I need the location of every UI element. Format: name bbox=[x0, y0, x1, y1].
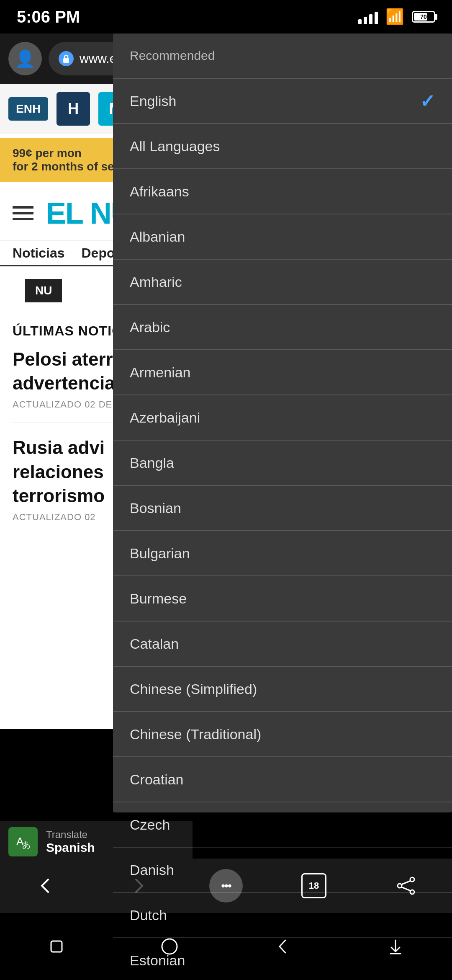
language-item-croatian[interactable]: Croatian bbox=[113, 757, 452, 802]
status-time: 5:06 PM bbox=[17, 8, 80, 26]
language-label-czech: Czech bbox=[130, 817, 170, 833]
back-button[interactable] bbox=[25, 865, 67, 907]
language-item-czech[interactable]: Czech bbox=[113, 802, 452, 847]
language-label-bulgarian: Bulgarian bbox=[130, 545, 190, 562]
language-item-catalan[interactable]: Catalan bbox=[113, 622, 452, 666]
language-item-afrikaans[interactable]: Afrikaans bbox=[113, 169, 452, 214]
wifi-icon: 📶 bbox=[385, 8, 404, 26]
language-item-albanian[interactable]: Albanian bbox=[113, 214, 452, 259]
language-item-bulgarian[interactable]: Bulgarian bbox=[113, 531, 452, 575]
translate-label: Translate bbox=[46, 829, 95, 841]
language-label-albanian: Albanian bbox=[130, 229, 185, 245]
svg-rect-8 bbox=[51, 941, 62, 952]
language-item-estonian[interactable]: Estonian bbox=[113, 938, 452, 980]
lock-icon bbox=[59, 51, 74, 66]
checkmark-icon: ✓ bbox=[420, 90, 435, 112]
signal-icon bbox=[358, 9, 378, 24]
language-label-azerbaijani: Azerbaijani bbox=[130, 410, 200, 426]
language-label-dutch: Dutch bbox=[130, 907, 167, 923]
language-label-chinese-simplified: Chinese (Simplified) bbox=[130, 681, 257, 697]
language-label-catalan: Catalan bbox=[130, 636, 179, 652]
svg-rect-0 bbox=[63, 58, 69, 63]
language-item-danish[interactable]: Danish bbox=[113, 848, 452, 892]
language-label-croatian: Croatian bbox=[130, 771, 184, 788]
android-square-button[interactable] bbox=[46, 936, 67, 957]
language-item-english[interactable]: English ✓ bbox=[113, 79, 452, 123]
battery-icon: 70 bbox=[412, 11, 435, 23]
language-label-bangla: Bangla bbox=[130, 455, 174, 471]
section-header-label: Recommended bbox=[130, 49, 215, 63]
avatar-button[interactable]: 👤 bbox=[8, 42, 42, 75]
status-icons: 📶 70 bbox=[358, 8, 435, 26]
language-item-amharic[interactable]: Amharic bbox=[113, 260, 452, 304]
hamburger-icon[interactable] bbox=[13, 206, 33, 220]
nav-noticias[interactable]: Noticias bbox=[13, 245, 64, 261]
language-item-arabic[interactable]: Arabic bbox=[113, 305, 452, 349]
language-label-bosnian: Bosnian bbox=[130, 500, 181, 516]
language-label-english: English bbox=[130, 93, 177, 109]
translate-info: Translate Spanish bbox=[46, 829, 95, 855]
svg-text:あ: あ bbox=[22, 840, 31, 849]
language-item-bosnian[interactable]: Bosnian bbox=[113, 486, 452, 530]
language-label-estonian: Estonian bbox=[130, 952, 185, 969]
language-dropdown[interactable]: Recommended English ✓ All Languages Afri… bbox=[113, 34, 452, 812]
language-label-chinese-traditional: Chinese (Traditional) bbox=[130, 726, 261, 743]
section-tag: NU bbox=[25, 279, 62, 302]
language-item-dutch[interactable]: Dutch bbox=[113, 893, 452, 937]
translate-icon: A あ bbox=[8, 827, 38, 856]
language-item-chinese-traditional[interactable]: Chinese (Traditional) bbox=[113, 712, 452, 756]
language-label-all: All Languages bbox=[130, 138, 220, 155]
language-label-amharic: Amharic bbox=[130, 274, 182, 290]
language-label-danish: Danish bbox=[130, 862, 174, 878]
logo-enh: ENH bbox=[8, 97, 48, 121]
avatar-icon: 👤 bbox=[15, 49, 36, 69]
language-label-arabic: Arabic bbox=[130, 319, 170, 335]
status-bar: 5:06 PM 📶 70 bbox=[0, 0, 452, 34]
language-label-burmese: Burmese bbox=[130, 591, 187, 607]
logo-h: Η bbox=[56, 92, 90, 126]
translate-language: Spanish bbox=[46, 841, 95, 855]
language-item-armenian[interactable]: Armenian bbox=[113, 350, 452, 395]
language-item-bangla[interactable]: Bangla bbox=[113, 441, 452, 485]
language-item-burmese[interactable]: Burmese bbox=[113, 576, 452, 621]
language-label-afrikaans: Afrikaans bbox=[130, 183, 189, 200]
language-item-all[interactable]: All Languages bbox=[113, 124, 452, 168]
language-item-azerbaijani[interactable]: Azerbaijani bbox=[113, 395, 452, 440]
language-item-chinese-simplified[interactable]: Chinese (Simplified) bbox=[113, 667, 452, 711]
dropdown-section-header: Recommended bbox=[113, 34, 452, 78]
language-label-armenian: Armenian bbox=[130, 364, 191, 381]
